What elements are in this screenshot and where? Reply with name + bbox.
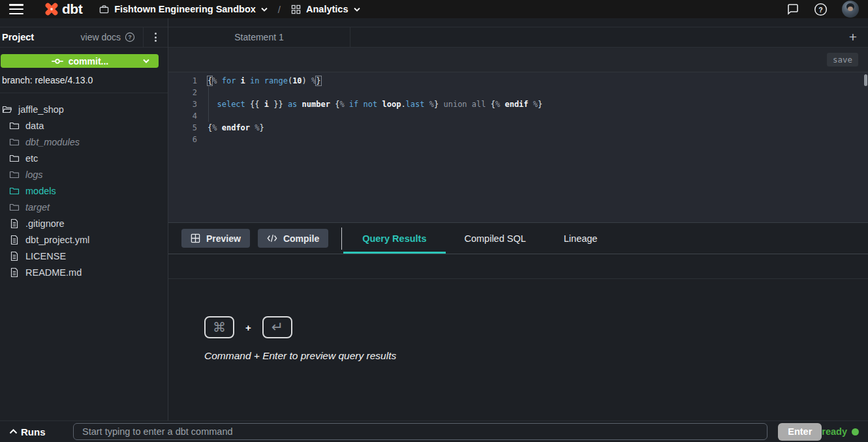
tab-lineage[interactable]: Lineage bbox=[545, 223, 617, 254]
status-indicator: ready bbox=[822, 426, 859, 437]
editor-action-row: save bbox=[168, 48, 868, 72]
tree-item-label: etc bbox=[25, 153, 38, 164]
line-number: 5 bbox=[168, 122, 197, 134]
tree-item-jaffle-shop[interactable]: jaffle_shop bbox=[0, 101, 168, 117]
file-icon bbox=[9, 218, 20, 229]
enter-key-icon: ↵ bbox=[262, 316, 292, 338]
code-icon bbox=[267, 234, 277, 243]
code-line-1[interactable]: 1{% for i in range(10) %} bbox=[168, 75, 868, 87]
tree-item-label: target bbox=[25, 202, 50, 213]
top-bar: dbt Fishtown Engineering Sandbox / Analy… bbox=[0, 0, 868, 18]
tree-item-data[interactable]: data bbox=[0, 117, 168, 134]
tree-item-label: jaffle_shop bbox=[18, 104, 64, 115]
line-number: 3 bbox=[168, 98, 197, 110]
line-number: 4 bbox=[168, 110, 197, 122]
svg-text:?: ? bbox=[818, 5, 822, 13]
code-text: select {{ i }} as number {% if not loop.… bbox=[197, 98, 542, 110]
brand-text: dbt bbox=[62, 1, 82, 17]
file-tree: jaffle_shopdatadbt_modulesetclogsmodelst… bbox=[0, 101, 168, 280]
code-line-6[interactable]: 6 bbox=[168, 134, 868, 145]
chevron-down-icon bbox=[261, 7, 268, 12]
tree-item-label: models bbox=[25, 186, 56, 196]
project-selector-label: Fishtown Engineering Sandbox bbox=[114, 4, 256, 14]
chevron-up-icon bbox=[9, 429, 18, 434]
table-icon bbox=[191, 233, 200, 243]
code-text bbox=[197, 87, 208, 98]
runs-toggle[interactable]: Runs bbox=[9, 426, 73, 437]
code-text bbox=[197, 110, 208, 122]
file-icon bbox=[9, 251, 20, 261]
chevron-down-icon bbox=[143, 59, 149, 63]
editor-scrollbar[interactable] bbox=[864, 74, 867, 86]
tree-item-label: .gitignore bbox=[25, 218, 65, 229]
user-avatar[interactable] bbox=[842, 1, 859, 18]
shortcut-keys: ⌘ + ↵ bbox=[204, 316, 868, 338]
tree-item-etc[interactable]: etc bbox=[0, 150, 168, 166]
divider bbox=[0, 93, 168, 93]
editor-pane: Statement 1 + save 1{% for i in range(10… bbox=[168, 18, 868, 420]
tree-item-label: LICENSE bbox=[25, 251, 66, 261]
code-line-3[interactable]: 3 select {{ i }} as number {% if not loo… bbox=[168, 98, 868, 110]
code-line-5[interactable]: 5{% endfor %} bbox=[168, 122, 868, 134]
query-results-panel: ⌘ + ↵ Command + Enter to preview query r… bbox=[168, 279, 868, 420]
status-text: ready bbox=[822, 426, 847, 437]
tree-item-logs[interactable]: logs bbox=[0, 166, 168, 183]
save-button[interactable]: save bbox=[827, 53, 858, 66]
code-line-2[interactable]: 2 bbox=[168, 87, 868, 98]
line-number: 1 bbox=[168, 75, 197, 87]
dbt-logo[interactable]: dbt bbox=[43, 1, 82, 18]
file-icon bbox=[9, 267, 20, 278]
svg-text:?: ? bbox=[128, 34, 131, 40]
results-tabs: Query ResultsCompiled SQLLineage bbox=[343, 223, 616, 254]
status-dot bbox=[852, 428, 859, 435]
view-docs-link[interactable]: view docs ? bbox=[81, 32, 143, 42]
hamburger-menu-icon[interactable] bbox=[9, 4, 23, 14]
empty-state-hint: Command + Enter to preview query results bbox=[204, 350, 868, 362]
branch-label: branch: release/4.13.0 bbox=[0, 75, 168, 85]
sidebar-menu-icon[interactable] bbox=[144, 27, 168, 47]
enter-button[interactable]: Enter bbox=[778, 423, 822, 441]
line-number: 6 bbox=[168, 134, 197, 145]
chevron-down-icon bbox=[354, 7, 360, 12]
help-icon[interactable]: ? bbox=[814, 3, 828, 16]
chat-icon[interactable] bbox=[786, 3, 799, 16]
environment-selector[interactable]: Analytics bbox=[291, 4, 360, 14]
new-tab-button[interactable]: + bbox=[838, 27, 868, 47]
folder-icon bbox=[9, 121, 20, 131]
code-editor[interactable]: 1{% for i in range(10) %}23 select {{ i … bbox=[168, 72, 868, 223]
tab-statement-1[interactable]: Statement 1 bbox=[168, 27, 350, 47]
folder-icon bbox=[9, 137, 20, 147]
file-icon bbox=[9, 235, 20, 245]
environment-selector-label: Analytics bbox=[306, 4, 348, 14]
tab-query-results[interactable]: Query Results bbox=[343, 223, 445, 254]
code-text bbox=[197, 134, 208, 145]
folder-icon bbox=[9, 169, 20, 180]
tab-compiled-sql[interactable]: Compiled SQL bbox=[446, 223, 545, 254]
commit-button[interactable]: commit... bbox=[1, 54, 159, 68]
tree-item-label: dbt_modules bbox=[25, 137, 80, 147]
tree-item-target[interactable]: target bbox=[0, 199, 168, 215]
tree-item-models[interactable]: models bbox=[0, 183, 168, 199]
dbt-command-input[interactable] bbox=[73, 423, 767, 440]
results-subheader bbox=[168, 254, 868, 279]
grid-icon bbox=[291, 5, 301, 14]
indent-guide bbox=[208, 87, 209, 122]
git-commit-icon bbox=[51, 57, 64, 66]
tree-item-label: logs bbox=[25, 169, 43, 180]
code-line-4[interactable]: 4 bbox=[168, 110, 868, 122]
command-key-icon: ⌘ bbox=[204, 316, 234, 338]
tree-item-dbt-modules[interactable]: dbt_modules bbox=[0, 134, 168, 150]
tree-item-gitignore[interactable]: .gitignore bbox=[0, 215, 168, 231]
preview-button[interactable]: Preview bbox=[181, 229, 250, 248]
file-explorer-sidebar: Project view docs ? commit... branch: re… bbox=[0, 18, 168, 420]
tree-item-license[interactable]: LICENSE bbox=[0, 248, 168, 264]
tree-item-readme-md[interactable]: README.md bbox=[0, 264, 168, 280]
compile-button[interactable]: Compile bbox=[258, 229, 328, 248]
help-circle-icon: ? bbox=[125, 32, 135, 42]
tree-item-dbt-project-yml[interactable]: dbt_project.yml bbox=[0, 231, 168, 248]
sidebar-title: Project bbox=[2, 32, 34, 42]
tree-item-label: dbt_project.yml bbox=[25, 235, 89, 245]
folder-icon bbox=[9, 153, 20, 164]
project-selector[interactable]: Fishtown Engineering Sandbox bbox=[99, 4, 268, 14]
code-text: {% for i in range(10) %} bbox=[197, 75, 321, 87]
